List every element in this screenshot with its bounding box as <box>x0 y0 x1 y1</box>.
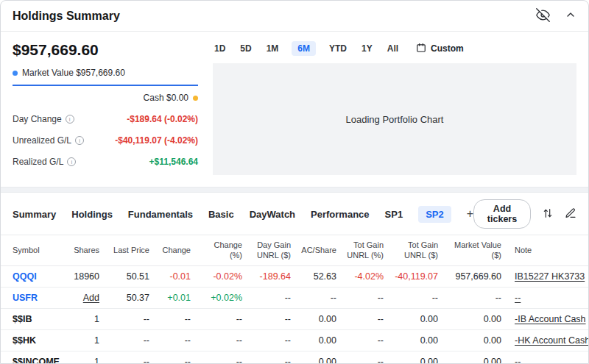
cell-shares-add-link[interactable]: Add <box>64 287 104 308</box>
cash-dot-icon <box>193 96 198 101</box>
day-change-label: Day Change <box>13 114 62 124</box>
add-tickers-button[interactable]: Add tickers <box>473 199 531 229</box>
cell-ac-share: 0.00 <box>295 351 341 364</box>
cell-shares: 1 <box>64 329 104 351</box>
cell-note[interactable]: IB15227 HK3733 <box>506 265 589 287</box>
cell-change-pct: -- <box>195 351 247 364</box>
range-6m[interactable]: 6M <box>292 41 316 56</box>
cell-change-pct: -- <box>195 308 247 329</box>
header-actions <box>536 8 576 24</box>
cell-symbol[interactable]: $$IB <box>1 308 64 329</box>
collapse-button[interactable] <box>565 9 576 23</box>
tab-fundamentals[interactable]: Fundamentals <box>128 206 193 223</box>
cell-change: -- <box>154 351 195 364</box>
col-day-gain-unrl[interactable]: Day Gain UNRL ($) <box>247 235 295 266</box>
table-row[interactable]: $$HK 1 -- -- -- -- 0.00 -- 0.00 0.00 -HK… <box>1 329 589 351</box>
cell-change-pct: -- <box>195 329 247 351</box>
range-5d[interactable]: 5D <box>239 41 253 56</box>
cell-shares: 18960 <box>64 265 104 287</box>
stat-row-realized-gl: Realized G/L +$11,546.64 <box>13 157 198 167</box>
range-1m[interactable]: 1M <box>265 41 281 56</box>
cell-day-gain-unrl: -- <box>247 351 295 364</box>
cash-legend[interactable]: Cash $0.00 <box>13 93 198 103</box>
cell-symbol[interactable]: $$HK <box>1 329 64 351</box>
cell-market-value: -- <box>442 287 506 308</box>
col-market-value[interactable]: Market Value ($) <box>442 235 506 266</box>
range-1y[interactable]: 1Y <box>360 41 374 56</box>
cell-market-value: 957,669.60 <box>442 265 506 287</box>
tab-sp1[interactable]: SP1 <box>385 206 403 223</box>
watchlist-actions: Add tickers <box>473 199 576 229</box>
table-row[interactable]: $$IB 1 -- -- -- -- 0.00 -- 0.00 0.00 -IB… <box>1 308 589 329</box>
tab-daywatch[interactable]: DayWatch <box>250 206 295 223</box>
cell-market-value: 0.00 <box>442 308 506 329</box>
cell-note[interactable]: -IB Account Cash <box>506 308 589 329</box>
col-note[interactable]: Note <box>506 235 589 266</box>
edit-button[interactable] <box>565 207 576 221</box>
watchlist-tabs: Summary Holdings Fundamentals Basic DayW… <box>13 206 473 223</box>
cell-last-price: -- <box>104 308 154 329</box>
realized-gl-value: +$11,546.64 <box>149 157 198 167</box>
cell-symbol[interactable]: QQQI <box>1 265 64 287</box>
cell-symbol[interactable]: USFR <box>1 287 64 308</box>
cell-tot-gain-unrl-pct: -- <box>341 287 388 308</box>
tab-sp2[interactable]: SP2 <box>418 206 451 223</box>
col-change-pct[interactable]: Change (%) <box>195 235 247 266</box>
cell-note[interactable]: -- <box>506 351 589 364</box>
table-row[interactable]: QQQI 18960 50.51 -0.01 -0.02% -189.64 52… <box>1 265 589 287</box>
range-ytd[interactable]: YTD <box>328 41 348 56</box>
col-last-price[interactable]: Last Price <box>104 235 154 266</box>
cell-market-value: 0.00 <box>442 351 506 364</box>
col-tot-gain-unrl-pct[interactable]: Tot Gain UNRL (%) <box>341 235 388 266</box>
table-header-row: Symbol Shares Last Price Change Change (… <box>1 235 589 266</box>
day-change-value: -$189.64 (-0.02%) <box>127 114 198 124</box>
cell-market-value: 0.00 <box>442 329 506 351</box>
cell-day-gain-unrl: -- <box>247 329 295 351</box>
hide-values-button[interactable] <box>536 8 550 24</box>
market-value-label: Market Value $957,669.60 <box>22 68 125 78</box>
cell-tot-gain-unrl: -40,119.07 <box>388 265 442 287</box>
cell-shares: 1 <box>64 308 104 329</box>
col-ac-share[interactable]: AC/Share <box>295 235 341 266</box>
col-symbol[interactable]: Symbol <box>1 235 64 266</box>
cell-ac-share: -- <box>295 287 341 308</box>
col-tot-gain-unrl[interactable]: Tot Gain UNRL ($) <box>388 235 442 266</box>
table-row[interactable]: USFR Add 50.37 +0.01 +0.02% -- -- -- -- … <box>1 287 589 308</box>
market-value-legend[interactable]: Market Value $957,669.60 <box>13 68 198 86</box>
cell-symbol[interactable]: $$INCOME <box>1 351 64 364</box>
cell-last-price: 50.51 <box>104 265 154 287</box>
realized-gl-label: Realized G/L <box>13 157 63 167</box>
cell-change: -0.01 <box>154 265 195 287</box>
cell-tot-gain-unrl: -- <box>388 287 442 308</box>
range-all[interactable]: All <box>386 41 400 56</box>
info-icon[interactable] <box>75 136 84 145</box>
add-tab-button[interactable]: + <box>467 208 473 220</box>
cell-last-price: -- <box>104 329 154 351</box>
col-change[interactable]: Change <box>154 235 195 266</box>
cell-day-gain-unrl: -- <box>247 308 295 329</box>
unrealized-gl-label: Unrealized G/L <box>13 135 71 146</box>
portfolio-chart: Loading Portfolio Chart <box>213 63 576 175</box>
cell-note[interactable]: -HK Account Cash <box>506 329 589 351</box>
cell-tot-gain-unrl: 0.00 <box>388 329 442 351</box>
holdings-table: Symbol Shares Last Price Change Change (… <box>1 235 589 364</box>
cell-tot-gain-unrl-pct: -- <box>341 329 388 351</box>
tab-holdings[interactable]: Holdings <box>71 206 113 223</box>
custom-range-button[interactable]: Custom <box>416 43 464 55</box>
col-shares[interactable]: Shares <box>64 235 104 266</box>
cell-ac-share: 0.00 <box>295 329 341 351</box>
cell-note[interactable]: -- <box>506 287 589 308</box>
total-value: $957,669.60 <box>13 41 198 59</box>
table-row[interactable]: $$INCOME 1 -- -- -- -- 0.00 -- 0.00 0.00… <box>1 351 589 364</box>
range-1d[interactable]: 1D <box>213 41 227 56</box>
calendar-icon <box>416 43 426 55</box>
cell-tot-gain-unrl: 0.00 <box>388 351 442 364</box>
cell-ac-share: 52.63 <box>295 265 341 287</box>
info-icon[interactable] <box>66 115 74 124</box>
tab-basic[interactable]: Basic <box>208 206 234 223</box>
sort-button[interactable] <box>542 207 554 221</box>
tab-summary[interactable]: Summary <box>13 206 56 223</box>
info-icon[interactable] <box>67 157 76 166</box>
tab-performance[interactable]: Performance <box>311 206 369 223</box>
page-title: Holdings Summary <box>13 10 120 23</box>
